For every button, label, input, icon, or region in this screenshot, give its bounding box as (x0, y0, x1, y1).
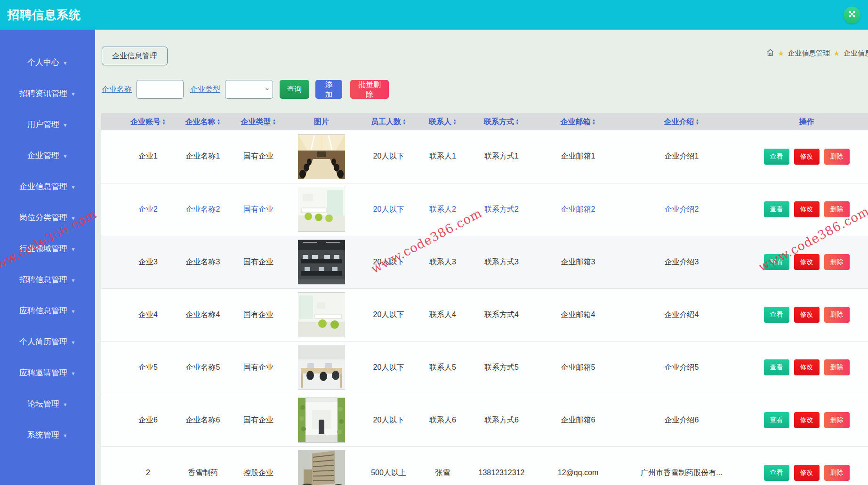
star-icon: ★ (778, 49, 784, 58)
cell-name: 企业名称5 (175, 341, 231, 394)
cell-contact: 联系人3 (420, 236, 465, 288)
cell-account: 企业3 (121, 236, 175, 288)
edit-button[interactable]: 修改 (794, 307, 820, 323)
star-icon: ★ (833, 49, 840, 58)
cell-account: 企业2 (121, 183, 175, 236)
breadcrumb-item[interactable]: 企业信息管理 (788, 49, 830, 58)
delete-button[interactable]: 删除 (824, 412, 850, 428)
column-header[interactable]: 联系人▲▼ (420, 113, 465, 130)
cell-name: 企业名称4 (175, 288, 231, 341)
chevron-down-icon: ▼ (71, 215, 76, 221)
add-button[interactable]: 添加 (315, 80, 342, 99)
column-header[interactable]: 企业名称▲▼ (175, 113, 231, 130)
cell-intro: 企业介绍5 (618, 341, 745, 394)
column-header[interactable]: 企业账号▲▼ (121, 113, 175, 130)
sidebar-item-invite-mgmt[interactable]: 应聘邀请管理▼ (0, 357, 95, 388)
cell-contact: 联系人5 (420, 341, 465, 394)
column-header[interactable]: 企业介绍▲▼ (618, 113, 745, 130)
cell-staff: 500人以上 (357, 446, 420, 485)
column-header-label: 图片 (314, 118, 329, 126)
column-header[interactable]: 员工人数▲▼ (357, 113, 420, 130)
column-header[interactable]: 企业类型▲▼ (231, 113, 286, 130)
sidebar-item-system-mgmt[interactable]: 系统管理▼ (0, 419, 95, 450)
sidebar-item-industry-field-mgmt[interactable]: 行业领域管理▼ (0, 233, 95, 264)
view-button[interactable]: 查看 (764, 465, 789, 481)
cell-staff: 20人以下 (357, 130, 420, 183)
company-type-label[interactable]: 企业类型 (190, 85, 220, 95)
sidebar-item-application-info-mgmt[interactable]: 应聘信息管理▼ (0, 295, 95, 326)
batch-delete-button[interactable]: 批量删除 (350, 80, 389, 99)
delete-button[interactable]: 删除 (824, 359, 850, 375)
breadcrumb-item[interactable]: 企业信息管理 (844, 49, 868, 58)
table-row: 企业4企业名称4国有企业20人以下联系人4联系方式4企业邮箱4企业介绍4查看修改… (101, 288, 868, 341)
column-header[interactable]: 企业邮箱▲▼ (538, 113, 618, 130)
column-header[interactable]: 联系方式▲▼ (465, 113, 538, 130)
cell-staff: 20人以下 (357, 183, 420, 236)
edit-button[interactable]: 修改 (794, 149, 820, 165)
delete-button[interactable]: 删除 (824, 201, 850, 217)
delete-button[interactable]: 删除 (824, 149, 850, 165)
sort-icon[interactable]: ▲▼ (273, 119, 276, 125)
sidebar-item-enterprise-info-mgmt[interactable]: 企业信息管理▼ (0, 171, 95, 202)
sidebar-item-recruit-info-mgmt[interactable]: 招聘信息管理▼ (0, 264, 95, 295)
view-button[interactable]: 查看 (764, 412, 789, 428)
column-header-label: 操作 (799, 118, 814, 126)
company-type-select[interactable] (225, 80, 273, 99)
view-button[interactable]: 查看 (764, 254, 789, 270)
cell-intro: 企业介绍3 (618, 236, 745, 288)
search-button[interactable]: 查询 (280, 80, 309, 99)
main-content: ★企业信息管理★企业信息管理 企业信息管理 企业名称 企业类型 ⌄ 查询 添加 … (95, 30, 868, 485)
sidebar-item-label: 岗位分类管理 (19, 212, 67, 223)
sort-icon[interactable]: ▲▼ (217, 119, 221, 125)
delete-button[interactable]: 删除 (824, 465, 850, 481)
fullscreen-button[interactable] (844, 7, 860, 24)
delete-button[interactable]: 删除 (824, 254, 850, 270)
chevron-down-icon: ▼ (71, 91, 76, 97)
chevron-down-icon: ▼ (63, 402, 68, 407)
sort-icon[interactable]: ▲▼ (515, 119, 519, 125)
delete-button[interactable]: 删除 (824, 307, 850, 323)
table-row: 企业3企业名称3国有企业20人以下联系人3联系方式3企业邮箱3企业介绍3查看修改… (101, 236, 868, 288)
sidebar-item-forum-mgmt[interactable]: 论坛管理▼ (0, 388, 95, 419)
column-header: 图片 (286, 113, 357, 130)
sort-icon[interactable]: ▲▼ (592, 119, 596, 125)
sidebar-item-label: 论坛管理 (27, 398, 59, 409)
column-header-label: 员工人数 (371, 118, 401, 126)
edit-button[interactable]: 修改 (794, 465, 820, 481)
cell-staff: 20人以下 (357, 394, 420, 446)
column-header-label: 企业邮箱 (561, 118, 591, 126)
cell-contact: 联系人6 (420, 394, 465, 446)
sort-icon[interactable]: ▲▼ (696, 119, 699, 125)
sidebar-item-personal-center[interactable]: 个人中心▼ (0, 47, 95, 78)
edit-button[interactable]: 修改 (794, 254, 820, 270)
edit-button[interactable]: 修改 (794, 359, 820, 375)
company-photo (298, 239, 345, 285)
table-row: 企业5企业名称5国有企业20人以下联系人5联系方式5企业邮箱5企业介绍5查看修改… (101, 341, 868, 394)
sort-icon[interactable]: ▲▼ (162, 119, 166, 125)
company-name-label[interactable]: 企业名称 (102, 85, 132, 95)
view-button[interactable]: 查看 (764, 307, 789, 323)
column-header-label: 联系人 (429, 118, 451, 126)
company-name-input[interactable] (137, 80, 184, 99)
edit-button[interactable]: 修改 (794, 201, 820, 217)
sidebar-item-label: 招聘资讯管理 (19, 88, 67, 99)
sidebar-item-resume-mgmt[interactable]: 个人简历管理▼ (0, 326, 95, 357)
sort-icon[interactable]: ▲▼ (453, 119, 457, 125)
home-icon[interactable] (766, 48, 774, 58)
sidebar-item-label: 个人简历管理 (19, 336, 67, 347)
page-tab-enterprise-info[interactable]: 企业信息管理 (102, 47, 168, 65)
view-button[interactable]: 查看 (764, 359, 789, 375)
sidebar-item-job-category-mgmt[interactable]: 岗位分类管理▼ (0, 202, 95, 233)
cell-type: 国有企业 (231, 130, 286, 183)
sort-icon[interactable]: ▲▼ (402, 119, 406, 125)
cell-phone: 13812312312 (465, 446, 538, 485)
view-button[interactable]: 查看 (764, 149, 789, 165)
edit-button[interactable]: 修改 (794, 412, 820, 428)
column-header-label: 联系方式 (484, 118, 514, 126)
sidebar-item-user-mgmt[interactable]: 用户管理▼ (0, 109, 95, 140)
sidebar-item-label: 个人中心 (27, 57, 59, 68)
sidebar-item-recruit-news-mgmt[interactable]: 招聘资讯管理▼ (0, 78, 95, 109)
view-button[interactable]: 查看 (764, 201, 789, 217)
sidebar-item-enterprise-mgmt[interactable]: 企业管理▼ (0, 140, 95, 171)
cell-email: 12@qq.com (538, 446, 618, 485)
